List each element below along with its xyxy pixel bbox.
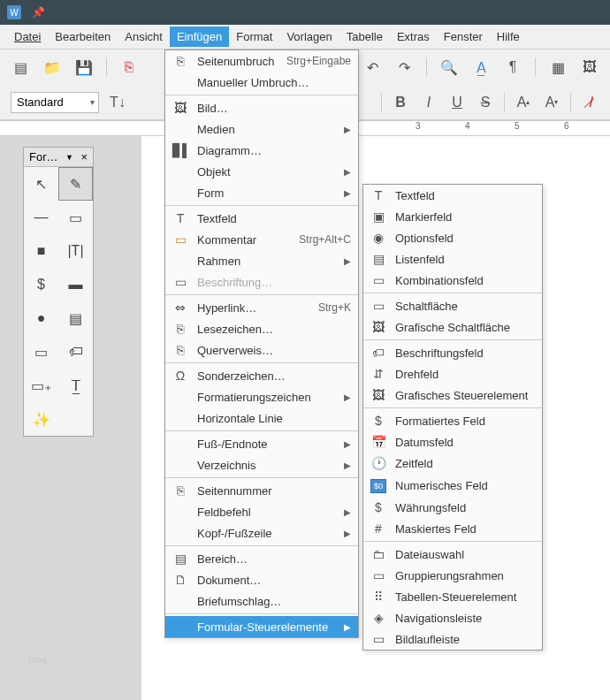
menu-kopf-fusszeile[interactable]: Kopf-/Fußzeile▶ xyxy=(165,522,358,544)
menu-briefumschlag[interactable]: Briefumschlag… xyxy=(165,590,358,612)
submenu-bildlaufleiste[interactable]: ▭Bildlaufleiste xyxy=(363,628,542,650)
tag-icon[interactable]: 🏷 xyxy=(58,335,93,369)
menu-seitenumbruch[interactable]: ⎘SeitenumbruchStrg+Eingabe xyxy=(165,50,358,72)
submenu-optionsfeld[interactable]: ◉Optionsfeld xyxy=(363,227,542,248)
submenu-listenfeld[interactable]: ▤Listenfeld xyxy=(363,248,542,270)
menu-fenster[interactable]: Fenster xyxy=(437,27,490,47)
menu-form[interactable]: Form▶ xyxy=(165,182,358,203)
menu-medien[interactable]: Medien▶ xyxy=(165,118,358,140)
menu-einfuegen[interactable]: Einfügen xyxy=(170,27,229,47)
paragraph-style-combo[interactable]: Standard xyxy=(11,92,99,113)
wizard-icon[interactable]: ✨ xyxy=(24,402,58,436)
pdf-icon[interactable]: ⎘ xyxy=(119,57,139,77)
spellcheck-icon[interactable]: A̲ xyxy=(471,57,491,77)
italic-icon[interactable]: I xyxy=(419,93,438,112)
design-mode-icon[interactable]: ✎ xyxy=(58,167,93,201)
bold-icon[interactable]: B xyxy=(391,93,410,112)
menu-horizontale-linie[interactable]: Horizontale Linie xyxy=(165,407,358,429)
menu-datei[interactable]: Datei xyxy=(7,27,48,47)
submenu-kombinationsfeld[interactable]: ▭Kombinationsfeld xyxy=(363,270,542,291)
submenu-maskiertes-feld[interactable]: #Maskiertes Feld xyxy=(363,518,542,539)
document-icon: 🗋 xyxy=(172,573,188,587)
superscript-icon[interactable]: A▴ xyxy=(514,93,533,112)
menu-diagramm[interactable]: ▊▌Diagramm… xyxy=(165,140,358,161)
panel-titlebar[interactable]: For… ▼ × xyxy=(24,148,93,167)
search-icon[interactable]: 🔍 xyxy=(439,57,459,77)
panel-menu-icon[interactable]: ▼ xyxy=(65,153,73,162)
checkbox-icon[interactable]: ■ xyxy=(24,234,58,268)
save-icon[interactable]: 💾 xyxy=(74,57,94,77)
subscript-icon[interactable]: A▾ xyxy=(542,93,561,112)
option-icon[interactable]: ● xyxy=(24,301,58,335)
menu-bild[interactable]: 🖼Bild… xyxy=(165,97,358,118)
update-style-icon[interactable]: T↓ xyxy=(108,93,127,112)
menu-formatierungszeichen[interactable]: Formatierungszeichen▶ xyxy=(165,386,358,407)
select-tool-icon[interactable]: ↖ xyxy=(24,167,58,201)
close-icon[interactable]: × xyxy=(80,150,88,164)
label-field-icon[interactable]: |T| xyxy=(58,234,93,268)
separator xyxy=(165,294,358,295)
list-box-icon[interactable]: ▤ xyxy=(58,301,93,335)
submenu-zeitfeld[interactable]: 🕐Zeitfeld xyxy=(363,453,542,474)
combo-box-icon[interactable]: ▭ xyxy=(24,335,58,369)
menu-dokument[interactable]: 🗋Dokument… xyxy=(165,569,358,590)
control-1-icon[interactable]: — xyxy=(24,201,58,234)
image-icon[interactable]: 🖼 xyxy=(580,57,599,77)
menu-formular-steuerelemente[interactable]: Formular-Steuerelemente▶ xyxy=(165,616,358,637)
submenu-gruppierungsrahmen[interactable]: ▭Gruppierungsrahmen xyxy=(363,565,542,586)
menu-extras[interactable]: Extras xyxy=(390,27,437,47)
submenu-grafische-schaltflaeche[interactable]: 🖼Grafische Schaltfläche xyxy=(363,316,542,338)
table-icon[interactable]: ▦ xyxy=(548,57,568,77)
new-doc-icon[interactable]: ▤ xyxy=(11,57,30,77)
menu-ansicht[interactable]: Ansicht xyxy=(118,27,170,47)
menu-bereich[interactable]: ▤Bereich… xyxy=(165,548,358,569)
submenu-beschriftungsfeld[interactable]: 🏷Beschriftungsfeld xyxy=(363,342,542,363)
menu-feldbefehl[interactable]: Feldbefehl▶ xyxy=(165,501,358,522)
submenu-formatiertes-feld[interactable]: $Formatiertes Feld xyxy=(363,410,542,431)
menu-kommentar[interactable]: ▭KommentarStrg+Alt+C xyxy=(165,229,358,250)
menu-manueller-umbruch[interactable]: Manueller Umbruch… xyxy=(165,72,358,93)
pilcrow-icon[interactable]: ¶ xyxy=(503,57,522,77)
menu-hyperlink[interactable]: ⇔Hyperlink…Strg+K xyxy=(165,297,358,318)
undo-icon[interactable]: ↶ xyxy=(362,57,382,77)
menu-bearbeiten[interactable]: Bearbeiten xyxy=(48,27,118,47)
text-box-icon[interactable]: ▭ xyxy=(58,201,93,234)
strikethrough-icon[interactable]: S xyxy=(476,93,495,112)
separator xyxy=(535,57,536,77)
menu-querverweis[interactable]: ⎘Querverweis… xyxy=(165,339,358,361)
menu-textfeld[interactable]: TTextfeld xyxy=(165,208,358,229)
submenu-textfeld[interactable]: TTextfeld xyxy=(363,185,542,206)
submenu-waehrungsfeld[interactable]: $Währungsfeld xyxy=(363,497,542,518)
submenu-datumsfeld[interactable]: 📅Datumsfeld xyxy=(363,431,542,453)
menu-objekt[interactable]: Objekt▶ xyxy=(165,161,358,182)
clear-format-icon[interactable]: I̷ xyxy=(580,93,599,112)
redo-icon[interactable]: ↷ xyxy=(394,57,414,77)
menu-tabelle[interactable]: Tabelle xyxy=(339,27,390,47)
open-icon[interactable]: 📁 xyxy=(42,57,62,77)
menu-hilfe[interactable]: Hilfe xyxy=(490,27,527,47)
menu-rahmen[interactable]: Rahmen▶ xyxy=(165,250,358,271)
menu-lesezeichen[interactable]: ⎘Lesezeichen… xyxy=(165,318,358,339)
menu-seitennummer[interactable]: ⎘Seitennummer xyxy=(165,480,358,501)
submenu-dateiauswahl[interactable]: 🗀Dateiauswahl xyxy=(363,544,542,565)
menu-vorlagen[interactable]: Vorlagen xyxy=(279,27,339,47)
submenu-markierfeld[interactable]: ▣Markierfeld xyxy=(363,206,542,227)
submenu-grafisches-steuerelement[interactable]: 🖼Grafisches Steuerelement xyxy=(363,384,542,406)
submenu-schaltflaeche[interactable]: ▭Schaltfläche xyxy=(363,295,542,316)
menu-format[interactable]: Format xyxy=(229,27,279,47)
underline-icon[interactable]: U xyxy=(447,93,467,112)
submenu-numerisches-feld[interactable]: $0Numerisches Feld xyxy=(363,474,542,497)
nav-icon: ◈ xyxy=(370,611,386,625)
push-button-icon[interactable]: ▭₊ xyxy=(24,369,58,402)
submenu-navigationsleiste[interactable]: ◈Navigationsleiste xyxy=(363,607,542,628)
submenu-tabellen-steuerelement[interactable]: ⠿Tabellen-Steuerelement xyxy=(363,586,542,607)
image-button-icon[interactable]: T̲ xyxy=(58,369,93,402)
ruler-tick: 4 xyxy=(465,121,470,131)
menu-sonderzeichen[interactable]: ΩSonderzeichen… xyxy=(165,365,358,386)
pin-icon[interactable]: 📌 xyxy=(32,6,45,19)
formatted-icon[interactable]: ▬ xyxy=(58,268,93,301)
currency-icon[interactable]: $ xyxy=(24,268,58,301)
submenu-drehfeld[interactable]: ⇵Drehfeld xyxy=(363,363,542,384)
menu-verzeichnis[interactable]: Verzeichnis▶ xyxy=(165,454,358,476)
menu-fuss-endnote[interactable]: Fuß-/Endnote▶ xyxy=(165,433,358,454)
